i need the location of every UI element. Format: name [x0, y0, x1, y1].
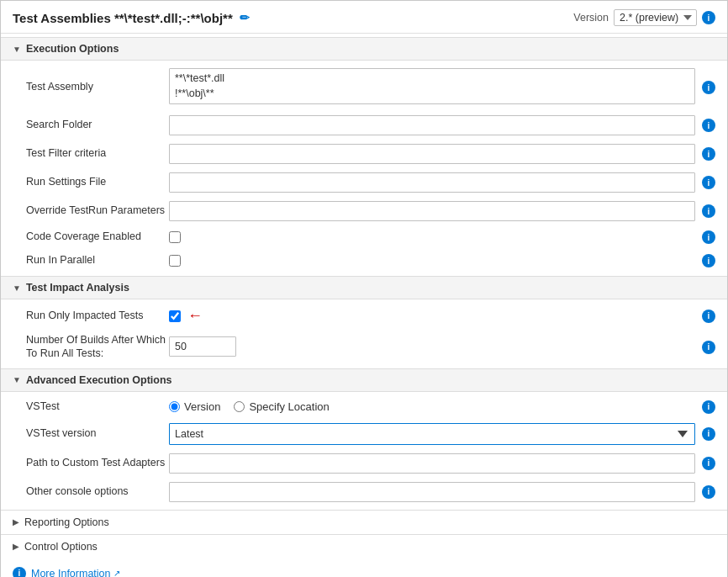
version-dropdown[interactable]: 2.* (preview) 1.* Latest [614, 9, 697, 26]
more-info-label: More Information [31, 568, 110, 578]
num-builds-input[interactable] [169, 336, 236, 357]
run-settings-input[interactable] [169, 172, 695, 193]
code-coverage-row: Code Coverage Enabled i [1, 225, 727, 249]
run-impacted-control: ← [169, 307, 695, 325]
external-link-icon: ↗ [113, 569, 120, 577]
vstest-version-option[interactable]: Version [169, 400, 220, 413]
path-adapters-info[interactable]: i [702, 456, 715, 470]
vstest-version-radio[interactable] [169, 401, 180, 412]
run-settings-info-icon[interactable]: i [702, 176, 715, 189]
run-settings-info[interactable]: i [702, 176, 715, 190]
code-coverage-info[interactable]: i [702, 230, 715, 245]
execution-options-section: ▼ Execution Options Test Assembly **\*te… [1, 37, 727, 276]
control-options-label: Control Options [24, 541, 98, 553]
control-options-header[interactable]: ▶ Control Options [1, 534, 727, 558]
vstest-version-info-icon[interactable]: i [702, 427, 715, 441]
num-builds-info-icon[interactable]: i [702, 341, 715, 354]
run-settings-row: Run Settings File i [1, 168, 727, 197]
test-filter-info-icon[interactable]: i [702, 147, 715, 161]
page-header: Test Assemblies **\*test*.dll;-:**\obj**… [1, 1, 727, 34]
form-body: ▼ Execution Options Test Assembly **\*te… [1, 34, 727, 577]
override-params-info-icon[interactable]: i [702, 204, 715, 218]
console-options-label: Other console options [26, 484, 169, 500]
version-label: Version [573, 12, 609, 24]
search-folder-control [169, 115, 695, 135]
console-options-info[interactable]: i [702, 484, 715, 499]
override-params-label: Override TestRun Parameters [26, 204, 169, 219]
test-assembly-row: Test Assembly **\*test*.dll !**\obj\** i [1, 64, 727, 111]
run-settings-control [169, 172, 695, 193]
page-title: Test Assemblies **\*test*.dll;-:**\obj**… [13, 11, 250, 25]
vstest-location-radio[interactable] [234, 401, 245, 412]
more-info-icon: i [13, 567, 26, 578]
search-folder-info[interactable]: i [702, 119, 715, 133]
more-info-row: i More Information ↗ [1, 558, 727, 578]
reporting-chevron-icon: ▶ [13, 517, 19, 527]
run-impacted-checkbox[interactable] [169, 310, 181, 322]
num-builds-label: Number Of Builds After Which To Run All … [26, 333, 169, 361]
page-container: Test Assemblies **\*test*.dll;-:**\obj**… [0, 0, 728, 577]
test-assembly-info[interactable]: i [702, 81, 715, 95]
advanced-execution-label: Advanced Execution Options [26, 374, 172, 386]
vstest-radio-group: Version Specify Location [169, 400, 695, 413]
arrow-indicator: ← [187, 307, 203, 325]
execution-options-content: Test Assembly **\*test*.dll !**\obj\** i… [1, 61, 727, 276]
path-adapters-info-icon[interactable]: i [702, 457, 715, 470]
code-coverage-checkbox[interactable] [169, 231, 181, 243]
num-builds-row: Number Of Builds After Which To Run All … [1, 329, 727, 365]
test-filter-row: Test Filter criteria i [1, 140, 727, 168]
vstest-label: VSTest [26, 400, 169, 415]
vstest-info-icon[interactable]: i [702, 400, 715, 414]
title-text: Test Assemblies **\*test*.dll;-:**\obj** [13, 11, 233, 25]
run-parallel-info[interactable]: i [702, 254, 715, 268]
test-assembly-label: Test Assembly [26, 80, 169, 95]
vstest-location-option[interactable]: Specify Location [234, 400, 329, 413]
run-impacted-info[interactable]: i [702, 309, 715, 323]
override-params-row: Override TestRun Parameters i [1, 197, 727, 225]
num-builds-control [169, 336, 695, 357]
test-assembly-info-icon[interactable]: i [702, 81, 715, 94]
test-assembly-input[interactable]: **\*test*.dll !**\obj\** [169, 68, 695, 104]
run-impacted-info-icon[interactable]: i [702, 310, 715, 323]
console-options-input[interactable] [169, 482, 695, 502]
run-parallel-control [169, 255, 695, 267]
test-impact-label: Test Impact Analysis [26, 282, 129, 294]
test-impact-section: ▼ Test Impact Analysis Run Only Impacted… [1, 276, 727, 368]
vstest-version-select[interactable]: Latest Visual Studio 2019 Visual Studio … [169, 423, 695, 445]
code-coverage-info-icon[interactable]: i [702, 230, 715, 244]
more-info-link[interactable]: More Information ↗ [31, 568, 120, 578]
override-params-input[interactable] [169, 201, 695, 221]
console-options-info-icon[interactable]: i [702, 485, 715, 499]
advanced-execution-section: ▼ Advanced Execution Options VSTest Vers… [1, 368, 727, 510]
version-info-icon[interactable]: i [702, 11, 715, 24]
test-filter-input[interactable] [169, 144, 695, 164]
run-parallel-info-icon[interactable]: i [702, 254, 715, 267]
reporting-options-header[interactable]: ▶ Reporting Options [1, 510, 727, 534]
test-impact-header[interactable]: ▼ Test Impact Analysis [1, 276, 727, 299]
override-params-info[interactable]: i [702, 204, 715, 219]
run-impacted-row: Run Only Impacted Tests ← i [1, 303, 727, 329]
vstest-info[interactable]: i [702, 400, 715, 414]
search-folder-input[interactable] [169, 115, 695, 135]
path-adapters-row: Path to Custom Test Adapters i [1, 449, 727, 478]
path-adapters-input[interactable] [169, 453, 695, 474]
run-parallel-checkbox[interactable] [169, 255, 181, 267]
num-builds-info[interactable]: i [702, 340, 715, 354]
test-filter-info[interactable]: i [702, 147, 715, 161]
override-params-control [169, 201, 695, 221]
execution-options-header[interactable]: ▼ Execution Options [1, 37, 727, 61]
vstest-version-label: Version [184, 400, 220, 413]
edit-icon[interactable]: ✏ [240, 11, 250, 24]
reporting-options-label: Reporting Options [24, 516, 109, 528]
execution-options-label: Execution Options [26, 43, 119, 55]
run-parallel-label: Run In Parallel [26, 253, 169, 268]
advanced-execution-chevron-icon: ▼ [13, 375, 21, 384]
vstest-row: VSTest Version Specify Location [1, 395, 727, 419]
advanced-execution-header[interactable]: ▼ Advanced Execution Options [1, 368, 727, 392]
vstest-version-info[interactable]: i [702, 426, 715, 441]
vstest-control: Version Specify Location [169, 400, 695, 413]
version-selector: Version 2.* (preview) 1.* Latest i [573, 9, 715, 26]
search-folder-info-icon[interactable]: i [702, 119, 715, 132]
vstest-location-label: Specify Location [249, 400, 329, 413]
console-options-control [169, 482, 695, 502]
